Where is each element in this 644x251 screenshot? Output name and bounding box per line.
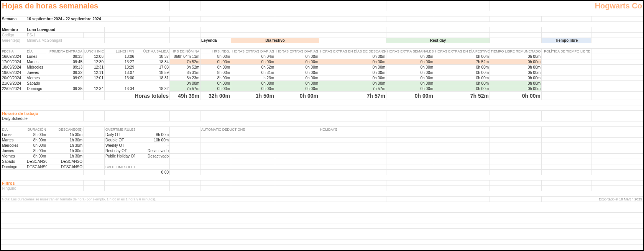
table-cell[interactable] (434, 138, 490, 143)
table-cell[interactable] (386, 154, 434, 159)
table-cell[interactable] (275, 154, 319, 159)
table-cell[interactable]: 18:32 (135, 86, 170, 92)
table-cell[interactable]: 0h 00m (319, 54, 386, 59)
table-cell[interactable] (386, 143, 434, 148)
table-cell[interactable]: Martes (1, 138, 26, 143)
table-cell[interactable]: 13:29 (105, 65, 135, 70)
table-cell[interactable] (542, 54, 591, 59)
table-cell[interactable] (542, 75, 591, 81)
table-cell[interactable]: - (135, 143, 170, 148)
table-cell[interactable]: 18/09/2024 (1, 65, 26, 70)
table-cell[interactable] (105, 81, 135, 86)
table-cell[interactable] (275, 132, 319, 138)
table-cell[interactable]: 0h 00m (170, 81, 200, 86)
table-cell[interactable] (200, 143, 231, 148)
table-cell[interactable]: 8h 00m (26, 132, 47, 138)
table-cell[interactable] (386, 132, 434, 138)
table-cell[interactable] (319, 154, 386, 159)
table-cell[interactable]: 0h 00m (490, 86, 542, 92)
table-cell[interactable]: Jueves (26, 70, 47, 75)
table-cell[interactable] (490, 154, 542, 159)
table-cell[interactable]: 8h 52m (170, 65, 200, 70)
table-cell[interactable] (319, 148, 386, 154)
table-cell[interactable] (170, 148, 200, 154)
table-cell[interactable]: 1h 30m (47, 154, 84, 159)
table-cell[interactable] (170, 138, 200, 143)
table-cell[interactable]: 1h 30m (47, 132, 84, 138)
table-cell[interactable] (591, 132, 643, 138)
table-cell[interactable]: 09:09 (47, 75, 84, 81)
table-cell[interactable]: 0h 00m (434, 86, 490, 92)
table-cell[interactable]: 0h 00m (319, 81, 386, 86)
table-cell[interactable]: 0h 00m (490, 59, 542, 65)
table-cell[interactable]: 8h 00m (135, 132, 170, 138)
table-cell[interactable]: 0h 00m (231, 59, 275, 65)
table-cell[interactable] (542, 148, 591, 154)
table-cell[interactable] (170, 154, 200, 159)
table-cell[interactable]: 0h 00m (434, 75, 490, 81)
table-cell[interactable] (542, 65, 591, 70)
table-cell[interactable]: 8h 31m (170, 70, 200, 75)
table-cell[interactable]: 0h 00m (434, 65, 490, 70)
table-cell[interactable]: 18:37 (135, 54, 170, 59)
table-cell[interactable]: 09:33 (47, 54, 84, 59)
table-cell[interactable] (275, 138, 319, 143)
table-cell[interactable]: Lunes (1, 132, 26, 138)
table-cell[interactable]: 0h 31m (231, 70, 275, 75)
table-cell[interactable]: 12:06 (84, 54, 105, 59)
table-cell[interactable]: Lunes (26, 54, 47, 59)
table-cell[interactable]: Viernes (1, 154, 26, 159)
table-cell[interactable]: 0h 00m (434, 81, 490, 86)
table-cell[interactable] (542, 138, 591, 143)
table-cell[interactable] (231, 138, 275, 143)
table-cell[interactable] (434, 132, 490, 138)
table-cell[interactable]: 0h 00m (231, 86, 275, 92)
table-cell[interactable] (231, 154, 275, 159)
table-cell[interactable] (591, 143, 643, 148)
table-cell[interactable]: 0h 00m (275, 65, 319, 70)
table-cell[interactable]: 7h 52m (434, 59, 490, 65)
table-cell[interactable]: 8h 00m (26, 154, 47, 159)
table-cell[interactable] (591, 154, 643, 159)
table-cell[interactable]: 0h 00m (319, 59, 386, 65)
table-cell[interactable]: 13:07 (105, 70, 135, 75)
table-cell[interactable] (231, 148, 275, 154)
table-cell[interactable] (591, 70, 643, 75)
table-cell[interactable]: 0h 00m (275, 70, 319, 75)
table-cell[interactable]: 8h 00m (200, 75, 231, 81)
table-cell[interactable] (200, 154, 231, 159)
table-cell[interactable]: 13:00 (105, 75, 135, 81)
table-cell[interactable]: 0h 00m (386, 81, 434, 86)
table-cell[interactable]: 1h 30m (47, 148, 84, 154)
table-cell[interactable]: 0h 00m (319, 65, 386, 70)
table-cell[interactable]: Public Holiday OT (105, 154, 135, 159)
table-cell[interactable] (591, 75, 643, 81)
table-cell[interactable]: 0h 00m (275, 54, 319, 59)
table-cell[interactable]: Domingo (26, 86, 47, 92)
table-cell[interactable]: 0h 04m (231, 54, 275, 59)
table-cell[interactable]: 0h 00m (386, 75, 434, 81)
table-cell[interactable] (591, 54, 643, 59)
table-cell[interactable]: h 23m (231, 75, 275, 81)
table-cell[interactable] (319, 143, 386, 148)
table-cell[interactable]: Weekly OT (105, 143, 135, 148)
table-cell[interactable] (47, 81, 84, 86)
table-cell[interactable]: 09:32 (47, 70, 84, 75)
table-cell[interactable]: 0h 00m (386, 59, 434, 65)
table-cell[interactable] (542, 86, 591, 92)
table-cell[interactable] (542, 132, 591, 138)
table-cell[interactable]: 0h 00m (434, 70, 490, 75)
table-cell[interactable]: 0h 00m (319, 70, 386, 75)
table-cell[interactable]: 12:30 (84, 59, 105, 65)
table-cell[interactable]: 12:01 (84, 75, 105, 81)
table-cell[interactable]: 17/09/2024 (1, 59, 26, 65)
table-cell[interactable]: 13:06 (105, 54, 135, 59)
table-cell[interactable]: 0h 00m (231, 81, 275, 86)
table-cell[interactable]: 1h 30m (47, 138, 84, 143)
table-cell[interactable] (542, 143, 591, 148)
table-cell[interactable]: 0h 00m (386, 86, 434, 92)
table-cell[interactable]: 20/09/2024 (1, 75, 26, 81)
table-cell[interactable]: Double OT (105, 138, 135, 143)
table-cell[interactable]: 0h 00m (275, 86, 319, 92)
table-cell[interactable]: 09:13 (47, 65, 84, 70)
